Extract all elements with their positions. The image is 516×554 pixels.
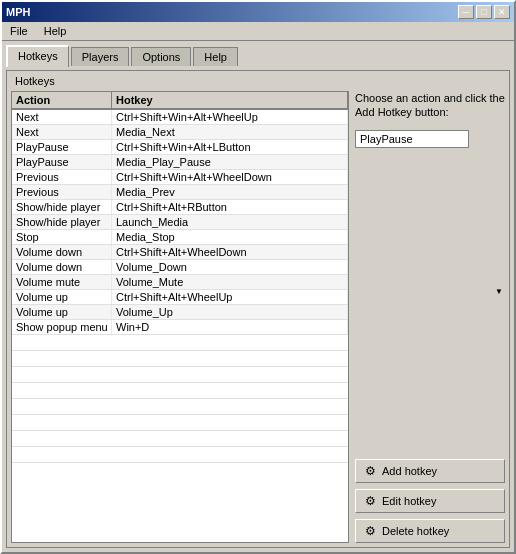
cell-action: Show/hide player	[12, 215, 112, 229]
hotkeys-group: Hotkeys Action Hotkey Next Ctrl+Shift+Wi…	[6, 70, 510, 548]
cell-hotkey: Volume_Down	[112, 260, 348, 274]
cell-action: Next	[12, 110, 112, 124]
empty-row	[12, 367, 348, 383]
content-area: Hotkeys Action Hotkey Next Ctrl+Shift+Wi…	[2, 66, 514, 552]
action-dropdown[interactable]: NextPlayPausePreviousShow/hide playerSto…	[355, 130, 469, 148]
delete-hotkey-icon: ⚙	[362, 523, 378, 539]
cell-hotkey: Launch_Media	[112, 215, 348, 229]
right-panel: Choose an action and click the Add Hotke…	[355, 91, 505, 543]
maximize-button[interactable]: □	[476, 5, 492, 19]
edit-hotkey-label: Edit hotkey	[382, 495, 436, 507]
cell-action: PlayPause	[12, 155, 112, 169]
table-row[interactable]: Next Media_Next	[12, 125, 348, 140]
table-row[interactable]: Show popup menu Win+D	[12, 320, 348, 335]
cell-hotkey: Media_Next	[112, 125, 348, 139]
table-row[interactable]: Previous Media_Prev	[12, 185, 348, 200]
add-hotkey-icon: ⚙	[362, 463, 378, 479]
cell-action: Stop	[12, 230, 112, 244]
menu-bar: File Help	[2, 22, 514, 41]
cell-hotkey: Media_Play_Pause	[112, 155, 348, 169]
table-row[interactable]: Volume mute Volume_Mute	[12, 275, 348, 290]
cell-action: Show/hide player	[12, 200, 112, 214]
action-dropdown-wrapper[interactable]: NextPlayPausePreviousShow/hide playerSto…	[355, 130, 505, 453]
delete-hotkey-button[interactable]: ⚙ Delete hotkey	[355, 519, 505, 543]
cell-action: PlayPause	[12, 140, 112, 154]
cell-action: Volume mute	[12, 275, 112, 289]
table-row[interactable]: Show/hide player Ctrl+Shift+Alt+RButton	[12, 200, 348, 215]
menu-help[interactable]: Help	[40, 24, 71, 38]
empty-row	[12, 447, 348, 463]
table-row[interactable]: Next Ctrl+Shift+Win+Alt+WheelUp	[12, 110, 348, 125]
main-content: Action Hotkey Next Ctrl+Shift+Win+Alt+Wh…	[11, 91, 505, 543]
add-hotkey-label: Add hotkey	[382, 465, 437, 477]
table-row[interactable]: Stop Media_Stop	[12, 230, 348, 245]
table-row[interactable]: Volume down Ctrl+Shift+Alt+WheelDown	[12, 245, 348, 260]
main-window: MPH ─ □ ✕ File Help Hotkeys Players Opti…	[0, 0, 516, 554]
edit-hotkey-icon: ⚙	[362, 493, 378, 509]
cell-hotkey: Media_Prev	[112, 185, 348, 199]
edit-hotkey-button[interactable]: ⚙ Edit hotkey	[355, 489, 505, 513]
dropdown-arrow-icon: ▼	[495, 287, 503, 296]
col-header-action: Action	[12, 92, 112, 109]
delete-hotkey-label: Delete hotkey	[382, 525, 449, 537]
cell-action: Previous	[12, 185, 112, 199]
empty-row	[12, 335, 348, 351]
cell-hotkey: Ctrl+Shift+Alt+RButton	[112, 200, 348, 214]
tab-options[interactable]: Options	[131, 47, 191, 66]
cell-hotkey: Win+D	[112, 320, 348, 334]
menu-file[interactable]: File	[6, 24, 32, 38]
close-button[interactable]: ✕	[494, 5, 510, 19]
empty-row	[12, 431, 348, 447]
table-row[interactable]: Volume up Ctrl+Shift+Alt+WheelUp	[12, 290, 348, 305]
cell-hotkey: Ctrl+Shift+Win+Alt+WheelDown	[112, 170, 348, 184]
table-row[interactable]: PlayPause Ctrl+Shift+Win+Alt+LButton	[12, 140, 348, 155]
hint-text: Choose an action and click the Add Hotke…	[355, 91, 505, 120]
cell-action: Volume down	[12, 245, 112, 259]
table-row[interactable]: Previous Ctrl+Shift+Win+Alt+WheelDown	[12, 170, 348, 185]
cell-hotkey: Volume_Up	[112, 305, 348, 319]
cell-hotkey: Ctrl+Shift+Win+Alt+LButton	[112, 140, 348, 154]
table-row[interactable]: Volume up Volume_Up	[12, 305, 348, 320]
tab-help[interactable]: Help	[193, 47, 238, 66]
minimize-button[interactable]: ─	[458, 5, 474, 19]
cell-hotkey: Media_Stop	[112, 230, 348, 244]
window-controls: ─ □ ✕	[458, 5, 510, 19]
cell-hotkey: Volume_Mute	[112, 275, 348, 289]
empty-row	[12, 415, 348, 431]
cell-action: Volume up	[12, 290, 112, 304]
tab-players[interactable]: Players	[71, 47, 130, 66]
cell-action: Volume up	[12, 305, 112, 319]
hotkeys-table[interactable]: Action Hotkey Next Ctrl+Shift+Win+Alt+Wh…	[11, 91, 349, 543]
cell-hotkey: Ctrl+Shift+Alt+WheelDown	[112, 245, 348, 259]
table-header: Action Hotkey	[12, 92, 348, 110]
cell-hotkey: Ctrl+Shift+Win+Alt+WheelUp	[112, 110, 348, 124]
cell-action: Volume down	[12, 260, 112, 274]
cell-hotkey: Ctrl+Shift+Alt+WheelUp	[112, 290, 348, 304]
window-title: MPH	[6, 6, 30, 18]
tab-hotkeys[interactable]: Hotkeys	[6, 45, 69, 67]
empty-rows	[12, 335, 348, 542]
group-label: Hotkeys	[11, 75, 505, 87]
empty-row	[12, 399, 348, 415]
title-bar: MPH ─ □ ✕	[2, 2, 514, 22]
empty-row	[12, 383, 348, 399]
col-header-hotkey: Hotkey	[112, 92, 348, 109]
cell-action: Show popup menu	[12, 320, 112, 334]
tabs-container: Hotkeys Players Options Help	[2, 41, 514, 66]
table-row[interactable]: Show/hide player Launch_Media	[12, 215, 348, 230]
table-row[interactable]: PlayPause Media_Play_Pause	[12, 155, 348, 170]
table-row[interactable]: Volume down Volume_Down	[12, 260, 348, 275]
cell-action: Next	[12, 125, 112, 139]
add-hotkey-button[interactable]: ⚙ Add hotkey	[355, 459, 505, 483]
cell-action: Previous	[12, 170, 112, 184]
table-body: Next Ctrl+Shift+Win+Alt+WheelUp Next Med…	[12, 110, 348, 335]
empty-row	[12, 351, 348, 367]
